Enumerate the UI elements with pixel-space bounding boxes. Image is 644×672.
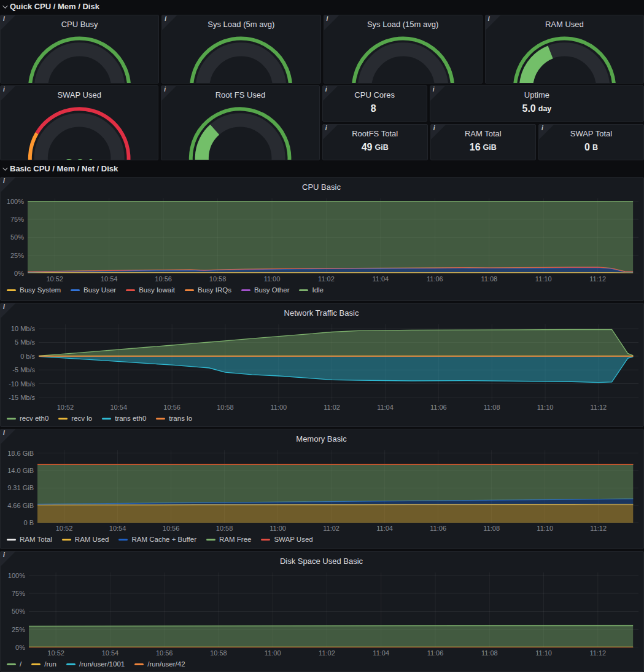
panel-title[interactable]: Sys Load (15m avg) — [324, 15, 482, 29]
chart-canvas[interactable] — [29, 572, 638, 647]
legend-label: /run/user/1001 — [79, 660, 125, 668]
x-tick-label: 11:06 — [430, 525, 446, 532]
legend-item[interactable]: Busy System — [7, 286, 61, 294]
panel-title[interactable]: Uptime — [430, 86, 643, 101]
panel-title[interactable]: SWAP Total — [539, 125, 643, 139]
legend-item[interactable]: Busy User — [71, 286, 116, 294]
panel-info-icon[interactable]: i — [486, 15, 500, 30]
legend-label: RAM Total — [20, 536, 52, 543]
panel-info-icon[interactable]: i — [1, 86, 15, 101]
legend-item[interactable]: trans eth0 — [102, 415, 146, 422]
panel-title[interactable]: Root FS Used — [161, 86, 319, 100]
legend-item[interactable]: Busy Iowait — [126, 286, 175, 294]
legend-item[interactable]: recv eth0 — [7, 415, 48, 422]
x-tick-label: 10:52 — [56, 525, 73, 532]
x-axis: 10:5210:5410:5610:5811:0011:0211:0411:06… — [28, 273, 638, 283]
legend-item[interactable]: Busy Other — [241, 286, 290, 294]
panel-info-icon[interactable]: i — [539, 125, 554, 139]
panel-info-icon[interactable]: i — [162, 15, 177, 30]
panel-swap-total: i SWAP Total 0B — [538, 124, 644, 160]
gauge-swap-used: 0% — [1, 100, 158, 160]
panel-title[interactable]: RAM Total — [431, 125, 535, 139]
legend-swatch — [7, 418, 16, 420]
panel-info-icon[interactable]: i — [430, 86, 445, 101]
x-tick-label: 11:10 — [535, 649, 552, 657]
panel-title[interactable]: RootFS Total — [323, 125, 427, 139]
x-tick-label: 11:04 — [373, 275, 389, 283]
legend-item[interactable]: trans lo — [156, 415, 192, 422]
legend-item[interactable]: Busy IRQs — [185, 286, 231, 294]
legend-swatch — [7, 539, 16, 541]
chart-canvas[interactable] — [39, 324, 638, 402]
legend-swatch — [62, 539, 71, 541]
panel-title[interactable]: Network Traffic Basic — [4, 303, 638, 318]
panel-info-icon[interactable]: i — [323, 125, 338, 139]
legend-swatch — [261, 539, 270, 541]
legend-item[interactable]: RAM Free — [206, 536, 251, 543]
panel-info-icon[interactable]: i — [431, 125, 446, 139]
legend-label: Busy System — [20, 286, 61, 294]
y-axis: 18.6 GiB14.0 GiB9.31 GiB4.66 GiB0 B — [4, 450, 37, 523]
x-tick-label: 11:06 — [427, 275, 443, 283]
row-header-basic[interactable]: Basic CPU / Mem / Net / Disk — [0, 162, 644, 175]
panel-title[interactable]: CPU Busy — [1, 15, 158, 29]
chart-canvas[interactable] — [37, 450, 638, 523]
panel-cpu-cores: i CPU Cores 8 — [322, 85, 427, 122]
chart-canvas[interactable] — [28, 198, 638, 273]
legend-label: RAM Free — [219, 536, 251, 543]
y-axis: 10 Mb/s5 Mb/s0 b/s-5 Mb/s-10 Mb/s-15 Mb/… — [4, 324, 39, 402]
panel-info-icon[interactable]: i — [1, 178, 15, 192]
x-tick-label: 11:00 — [265, 649, 281, 657]
x-tick-label: 11:02 — [319, 649, 335, 657]
panel-info-icon[interactable]: i — [1, 429, 15, 444]
legend-item[interactable]: Idle — [299, 286, 324, 294]
panel-title[interactable]: Disk Space Used Basic — [4, 552, 638, 566]
panel-swap-used: i SWAP Used 0% — [0, 85, 158, 160]
row-header-quick[interactable]: Quick CPU / Mem / Disk — [0, 0, 644, 13]
legend-item[interactable]: / — [7, 660, 21, 668]
y-tick-label: 9.31 GiB — [7, 484, 34, 491]
panel-title[interactable]: CPU Cores — [323, 86, 427, 101]
y-tick-label: 4.66 GiB — [7, 502, 34, 509]
panel-info-icon[interactable]: i — [1, 15, 15, 30]
panel-title[interactable]: Sys Load (5m avg) — [162, 15, 320, 29]
panel-disk-space-used-basic: i Disk Space Used Basic 100%75%50%25%0% … — [0, 551, 644, 672]
x-tick-label: 10:56 — [155, 275, 172, 283]
legend-item[interactable]: RAM Cache + Buffer — [118, 536, 196, 543]
panel-title[interactable]: SWAP Used — [1, 86, 158, 100]
x-tick-label: 11:06 — [430, 404, 447, 411]
panel-ram-used: i RAM Used 42% — [485, 15, 644, 84]
panel-sys-load-15m: i Sys Load (15m avg) 9.50% — [324, 15, 483, 84]
x-tick-label: 11:02 — [323, 525, 339, 532]
legend-label: /run/user/42 — [147, 660, 185, 668]
x-tick-label: 10:58 — [217, 404, 234, 411]
panel-info-icon[interactable]: i — [324, 15, 339, 30]
legend-label: recv lo — [71, 415, 92, 422]
panel-title[interactable]: RAM Used — [486, 15, 643, 29]
legend-item[interactable]: /run/user/1001 — [66, 660, 125, 668]
y-tick-label: 50% — [10, 233, 24, 241]
y-tick-label: 18.6 GiB — [7, 450, 34, 457]
x-tick-label: 10:54 — [102, 649, 119, 657]
legend-item[interactable]: /run/user/42 — [134, 660, 185, 668]
panel-info-icon[interactable]: i — [1, 552, 15, 566]
panel-title[interactable]: CPU Basic — [4, 178, 638, 192]
panel-info-icon[interactable]: i — [1, 303, 15, 318]
gauge-value: 34.6% — [215, 159, 266, 160]
panel-info-icon[interactable]: i — [161, 86, 176, 101]
legend-item[interactable]: /run — [31, 660, 56, 668]
panel-sys-load-5m: i Sys Load (5m avg) 10.9% — [161, 15, 320, 84]
legend-item[interactable]: RAM Used — [62, 536, 109, 543]
row-title: Basic CPU / Mem / Net / Disk — [10, 164, 118, 173]
legend-swatch — [185, 289, 194, 291]
y-axis: 100%75%50%25%0% — [4, 198, 28, 273]
legend-item[interactable]: RAM Total — [7, 536, 52, 543]
x-tick-label: 11:00 — [270, 525, 286, 532]
legend-item[interactable]: SWAP Used — [261, 536, 312, 543]
panel-title[interactable]: Memory Basic — [4, 429, 638, 444]
panel-info-icon[interactable]: i — [323, 86, 338, 101]
legend-label: Busy IRQs — [198, 286, 231, 294]
x-tick-label: 10:56 — [156, 649, 173, 657]
legend-item[interactable]: recv lo — [58, 415, 92, 422]
x-tick-label: 11:10 — [537, 525, 553, 532]
